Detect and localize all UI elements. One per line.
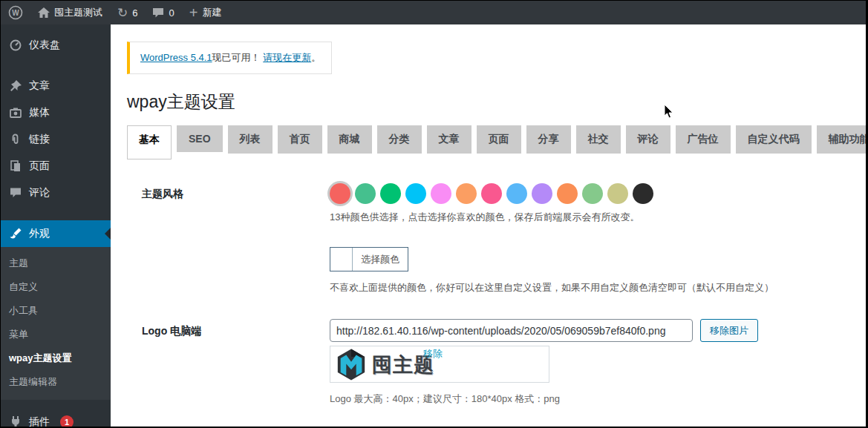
brush-icon — [9, 228, 22, 240]
sidebar-item-comments[interactable]: 评论 — [1, 180, 111, 206]
row-logo-pc: Logo 电脑端 移除图片 — [127, 319, 866, 406]
main-content: WordPress 5.4.1现已可用！ 请现在更新。 wpay主题设置 基本 … — [111, 24, 866, 427]
tab-category[interactable]: 分类 — [377, 125, 422, 154]
sidebar-item-links[interactable]: 链接 — [1, 126, 111, 153]
new-content-menu[interactable]: + 新建 — [182, 1, 229, 24]
comment-icon — [9, 187, 22, 199]
pin-icon — [9, 80, 22, 92]
submenu-item-wpay-settings[interactable]: wpay主题设置 — [1, 346, 111, 370]
tab-share[interactable]: 分享 — [526, 125, 571, 154]
submenu-item-theme-editor[interactable]: 主题编辑器 — [1, 370, 111, 394]
custom-color-hint: 不喜欢上面提供的颜色，你好可以在这里自定义设置，如果不用自定义颜色清空即可（默认… — [330, 281, 866, 294]
sidebar-item-media[interactable]: 媒体 — [1, 99, 111, 126]
color-swatch-4[interactable] — [405, 183, 426, 204]
color-swatch-2[interactable] — [355, 183, 376, 204]
tab-posts[interactable]: 文章 — [427, 125, 471, 154]
new-label: 新建 — [202, 6, 221, 19]
tab-comments[interactable]: 评论 — [626, 125, 670, 154]
theme-style-label: 主题风格 — [127, 182, 330, 294]
logo-pc-label: Logo 电脑端 — [127, 319, 330, 406]
logo-pc-url-input[interactable] — [330, 319, 693, 342]
sidebar-item-plugins[interactable]: 插件 1 — [1, 409, 111, 427]
dashboard-icon — [9, 39, 22, 51]
comment-count: 0 — [169, 7, 174, 19]
comment-bubble-icon — [152, 7, 164, 19]
wordpress-version-link[interactable]: WordPress 5.4.1 — [140, 52, 212, 63]
pages-icon — [9, 160, 22, 172]
sidebar-item-dashboard[interactable]: 仪表盘 — [1, 32, 111, 59]
sidebar-item-pages[interactable]: 页面 — [1, 153, 111, 180]
color-swatch-8[interactable] — [506, 183, 527, 204]
sidebar-item-label: 仪表盘 — [29, 39, 60, 52]
logo-pc-remove-button[interactable]: 移除图片 — [700, 319, 758, 342]
sidebar-item-label: 页面 — [29, 159, 50, 173]
admin-sidebar: 仪表盘 文章 媒体 链接 — [1, 24, 111, 427]
color-swatch-6[interactable] — [456, 183, 477, 204]
pick-color-button[interactable]: 选择颜色 — [353, 248, 408, 271]
sidebar-item-label: 媒体 — [29, 106, 50, 119]
color-swatch-1[interactable] — [330, 183, 350, 204]
submenu-item-customize[interactable]: 自定义 — [1, 275, 111, 299]
update-now-link[interactable]: 请现在更新 — [263, 52, 311, 63]
sidebar-item-label: 评论 — [29, 186, 50, 200]
palette-hint: 13种颜色供选择，点击选择你喜欢的颜色，保存后前端展示会有所改变。 — [330, 211, 866, 224]
settings-tabs: 基本 SEO 列表 首页 商城 分类 文章 页面 分享 社交 评论 广告位 自定… — [127, 125, 866, 159]
update-icon: ↻ — [117, 7, 128, 19]
camera-icon — [9, 107, 22, 119]
paperclip-icon — [9, 134, 22, 145]
tab-seo[interactable]: SEO — [177, 125, 223, 152]
sidebar-item-posts[interactable]: 文章 — [1, 73, 111, 99]
sidebar-item-label: 插件 — [29, 415, 50, 427]
plus-icon: + — [189, 5, 198, 20]
tab-shop[interactable]: 商城 — [327, 125, 372, 154]
tab-basic[interactable]: 基本 — [127, 125, 172, 159]
color-swatch-11[interactable] — [582, 183, 603, 204]
site-logo-image: 囤主题 — [335, 348, 434, 381]
site-menu[interactable]: 囤主题测试 — [30, 1, 110, 24]
tab-custom-code[interactable]: 自定义代码 — [736, 125, 812, 154]
update-notice: WordPress 5.4.1现已可用！ 请现在更新。 — [127, 42, 332, 74]
hexagon-m-logo-icon — [335, 348, 368, 381]
color-swatch-12[interactable] — [607, 183, 628, 204]
tab-ads[interactable]: 广告位 — [676, 125, 731, 154]
wordpress-logo-icon: W — [8, 5, 23, 20]
admin-bar: W 囤主题测试 ↻ 6 0 + 新建 — [1, 1, 866, 24]
logo-pc-preview: 囤主题 移除 — [330, 346, 549, 383]
color-swatch-5[interactable] — [431, 183, 451, 204]
wordpress-admin: W 囤主题测试 ↻ 6 0 + 新建 — [1, 1, 866, 427]
tab-accessibility[interactable]: 辅助功能+ — [817, 125, 866, 154]
tab-home[interactable]: 首页 — [278, 125, 322, 154]
window-frame: W 囤主题测试 ↻ 6 0 + 新建 — [0, 0, 868, 428]
active-menu-arrow — [105, 228, 111, 240]
color-swatch-13[interactable] — [633, 183, 653, 204]
settings-form: 主题风格 — [127, 182, 866, 427]
logo-pc-hint: Logo 最大高：40px；建议尺寸：180*40px 格式：png — [330, 392, 866, 406]
logo-pc-remove-link[interactable]: 移除 — [423, 347, 443, 360]
color-swatch-7[interactable] — [481, 183, 502, 204]
update-count: 6 — [132, 7, 137, 19]
submenu-item-menus[interactable]: 菜单 — [1, 323, 111, 346]
custom-color-swatch — [330, 248, 353, 271]
notice-text: 现已可用！ — [212, 52, 261, 63]
row-theme-style: 主题风格 — [127, 182, 866, 294]
plugins-update-badge: 1 — [60, 415, 74, 427]
updates-menu[interactable]: ↻ 6 — [110, 1, 145, 24]
submenu-item-themes[interactable]: 主题 — [1, 251, 111, 275]
color-palette — [330, 182, 866, 204]
color-swatch-9[interactable] — [532, 183, 552, 204]
sidebar-item-label: 链接 — [29, 133, 50, 146]
sidebar-item-appearance[interactable]: 外观 — [1, 220, 111, 247]
tab-list[interactable]: 列表 — [228, 125, 273, 154]
comments-menu[interactable]: 0 — [145, 1, 181, 24]
appearance-submenu: 主题 自定义 小工具 菜单 wpay主题设置 主题编辑器 — [1, 247, 111, 400]
color-swatch-10[interactable] — [557, 183, 578, 204]
plug-icon — [9, 416, 22, 427]
wordpress-logo-menu[interactable]: W — [1, 1, 30, 24]
page-title: wpay主题设置 — [127, 90, 866, 113]
tab-social[interactable]: 社交 — [576, 125, 621, 154]
custom-color-picker[interactable]: 选择颜色 — [330, 247, 408, 271]
home-icon — [38, 7, 50, 19]
submenu-item-widgets[interactable]: 小工具 — [1, 299, 111, 323]
color-swatch-3[interactable] — [380, 183, 401, 204]
tab-pages[interactable]: 页面 — [477, 125, 521, 154]
